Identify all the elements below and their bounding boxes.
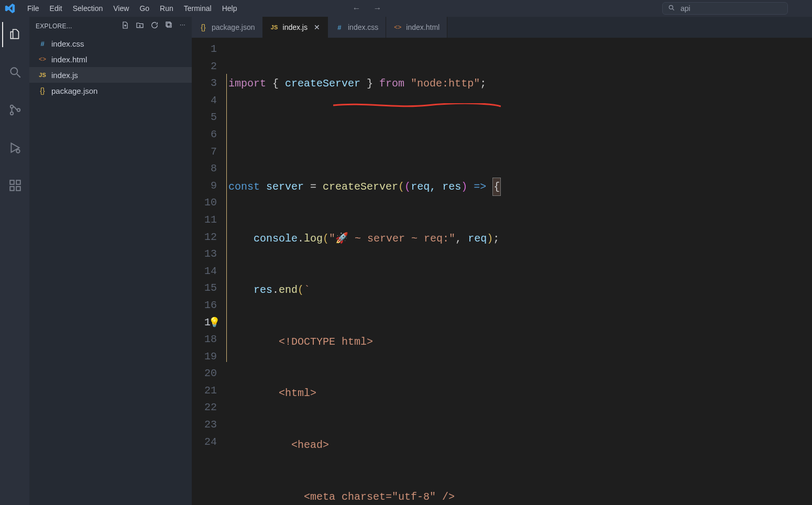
nav-forward-icon[interactable]: → — [373, 4, 381, 13]
menu-terminal[interactable]: Terminal — [179, 2, 217, 15]
tab-label: index.html — [406, 23, 440, 31]
command-center-search[interactable]: api — [662, 2, 788, 15]
code-editor[interactable]: 123456789101112131415161718192021222324 … — [192, 38, 812, 505]
html-file-icon: <> — [393, 24, 402, 31]
refresh-icon[interactable] — [150, 21, 159, 31]
nav-back-icon[interactable]: ← — [352, 4, 360, 13]
tab-index-css[interactable]: # index.css — [328, 17, 386, 38]
search-text: api — [681, 4, 690, 13]
menu-view[interactable]: View — [108, 2, 134, 15]
tab-index-html[interactable]: <> index.html — [386, 17, 447, 38]
new-folder-icon[interactable] — [136, 21, 144, 31]
annotation-underline — [333, 103, 501, 107]
file-list: # index.css <> index.html JS index.js {}… — [29, 35, 192, 99]
menu-selection[interactable]: Selection — [68, 2, 108, 15]
svg-point-4 — [10, 105, 13, 108]
svg-point-2 — [10, 68, 17, 74]
nav-arrows: ← → — [352, 4, 381, 13]
file-label: index.html — [51, 55, 87, 64]
svg-rect-9 — [10, 186, 14, 191]
activity-bar — [0, 17, 29, 505]
collapse-all-icon[interactable] — [165, 21, 173, 31]
lightbulb-icon[interactable]: 💡 — [209, 314, 220, 332]
search-icon — [668, 4, 675, 13]
menu-file[interactable]: File — [22, 2, 45, 15]
extensions-icon[interactable] — [2, 173, 27, 198]
sidebar-title: EXPLORE... — [36, 23, 78, 30]
file-row-index-css[interactable]: # index.css — [29, 36, 192, 51]
menu-items: File Edit Selection View Go Run Terminal… — [22, 2, 242, 15]
sidebar-explorer: EXPLORE... ··· # index.css <> index.html… — [29, 17, 192, 505]
svg-line-3 — [17, 74, 20, 78]
html-file-icon: <> — [38, 56, 47, 63]
new-file-icon[interactable] — [121, 21, 129, 31]
file-row-package-json[interactable]: {} package.json — [29, 83, 192, 98]
file-label: package.json — [51, 86, 97, 95]
svg-rect-11 — [16, 180, 20, 184]
more-icon[interactable]: ··· — [180, 21, 185, 31]
menu-edit[interactable]: Edit — [45, 2, 68, 15]
source-control-icon[interactable] — [2, 97, 27, 123]
editor-area: {} package.json JS index.js ✕ # index.cs… — [192, 17, 812, 505]
tab-package-json[interactable]: {} package.json — [192, 17, 263, 38]
svg-point-6 — [17, 108, 20, 111]
menu-go[interactable]: Go — [134, 2, 155, 15]
search-icon[interactable] — [2, 60, 27, 85]
vscode-logo-icon — [3, 2, 17, 15]
json-file-icon: {} — [38, 86, 47, 95]
file-row-index-js[interactable]: JS index.js — [29, 67, 192, 83]
menubar: File Edit Selection View Go Run Terminal… — [0, 0, 812, 17]
code-content[interactable]: 💡 import { createServer } from "node:htt… — [226, 38, 812, 505]
menu-help[interactable]: Help — [217, 2, 243, 15]
workbench: EXPLORE... ··· # index.css <> index.html… — [0, 17, 812, 505]
tab-label: package.json — [212, 23, 255, 31]
svg-point-7 — [16, 149, 19, 153]
line-gutter: 123456789101112131415161718192021222324 — [192, 38, 226, 505]
tab-label: index.css — [348, 23, 378, 31]
svg-rect-13 — [166, 22, 170, 26]
svg-point-0 — [669, 5, 673, 9]
svg-rect-8 — [10, 180, 14, 184]
svg-rect-12 — [167, 23, 171, 27]
tab-index-js[interactable]: JS index.js ✕ — [263, 17, 328, 38]
tabs-row: {} package.json JS index.js ✕ # index.cs… — [192, 17, 812, 38]
explorer-icon[interactable] — [2, 22, 27, 47]
svg-rect-10 — [16, 186, 20, 191]
svg-point-5 — [10, 112, 13, 115]
json-file-icon: {} — [199, 23, 207, 31]
js-file-icon: JS — [38, 72, 47, 78]
sidebar-header: EXPLORE... ··· — [29, 17, 192, 35]
file-label: index.js — [51, 71, 78, 80]
file-label: index.css — [51, 39, 84, 48]
indent-guide — [226, 74, 227, 362]
close-icon[interactable]: ✕ — [314, 23, 320, 31]
svg-line-1 — [673, 8, 674, 10]
run-debug-icon[interactable] — [2, 135, 27, 160]
css-file-icon: # — [335, 24, 344, 31]
file-row-index-html[interactable]: <> index.html — [29, 51, 192, 67]
tab-label: index.js — [283, 23, 308, 31]
menu-run[interactable]: Run — [155, 2, 179, 15]
js-file-icon: JS — [270, 24, 279, 30]
css-file-icon: # — [38, 40, 47, 48]
